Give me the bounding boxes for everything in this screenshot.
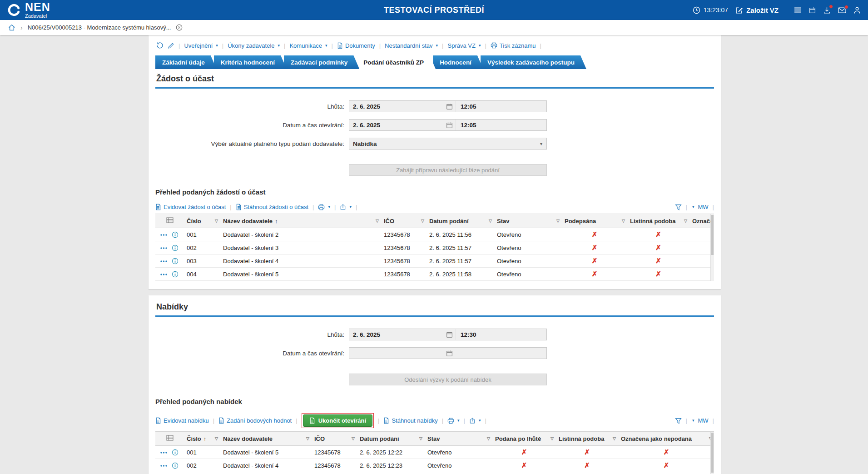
column-ico[interactable]: IČO▽ xyxy=(312,432,357,446)
zadani-bodovych-hodnot-button[interactable]: Zadání bodových hodnot xyxy=(218,417,292,424)
oteviani-time-value[interactable]: 12:05 xyxy=(456,120,546,130)
scrollbar-thumb[interactable] xyxy=(711,433,714,473)
view-menu-button[interactable]: ▾MW xyxy=(691,417,709,424)
filter-table-button[interactable] xyxy=(675,418,682,424)
info-icon[interactable] xyxy=(172,244,179,251)
column-filter-icon[interactable]: ▽ xyxy=(551,436,554,441)
edit-icon[interactable] xyxy=(168,42,174,49)
profile-button[interactable] xyxy=(853,6,861,14)
lhuta-input[interactable]: 2. 6. 2025 12:05 xyxy=(349,100,547,112)
filter-table-button[interactable] xyxy=(675,204,682,210)
calendar-button[interactable] xyxy=(809,7,816,14)
toolbar-dokumenty[interactable]: Dokumenty xyxy=(337,42,375,49)
table-scrollbar[interactable] xyxy=(710,432,714,474)
row-menu-icon[interactable] xyxy=(160,451,168,454)
breadcrumb-item[interactable]: N006/25/V00005213 - Modernizace systému … xyxy=(28,24,171,31)
home-icon[interactable] xyxy=(8,24,15,31)
table-row[interactable]: 001Dodavatel - školení 5123456782. 6. 20… xyxy=(155,446,714,459)
messages-button[interactable] xyxy=(838,7,846,14)
ukoncit-otevirani-button[interactable]: Ukončit otevírání xyxy=(303,414,372,427)
print-table-button[interactable]: ▾ xyxy=(447,418,460,424)
lhuta-time-value[interactable]: 12:05 xyxy=(456,101,546,112)
table-settings-icon[interactable] xyxy=(155,432,184,446)
row-menu-icon[interactable] xyxy=(160,247,168,249)
tab-vysledek-zadavaciho-postupu[interactable]: Výsledek zadávacího postupu xyxy=(481,55,586,69)
table-row[interactable]: 003Dodavatel - školení 3123456782. 6. 20… xyxy=(155,472,714,474)
close-record-icon[interactable] xyxy=(176,24,183,31)
column-cislo[interactable]: Číslo↑▽ xyxy=(184,432,220,446)
column-filter-icon[interactable]: ▽ xyxy=(421,219,424,223)
column-ico[interactable]: IČO▽ xyxy=(381,214,427,228)
column-filter-icon[interactable]: ▽ xyxy=(622,219,625,223)
toolbar-tisk-zaznamu[interactable]: Tisk záznamu xyxy=(491,42,536,49)
stahnout-zadosti-o-ucast-button[interactable]: Stáhnout žádosti o účast xyxy=(236,204,308,210)
table-row[interactable]: 002Dodavatel - školení 3123456782. 6. 20… xyxy=(155,241,714,254)
row-menu-icon[interactable] xyxy=(160,234,168,236)
table-settings-icon[interactable] xyxy=(155,214,184,228)
tab-hodnoceni[interactable]: Hodnocení xyxy=(433,55,483,69)
export-table-button[interactable]: ▾ xyxy=(340,204,352,210)
table-row[interactable]: 003Dodavatel - školení 4123456782. 6. 20… xyxy=(155,254,714,268)
vyber-select[interactable]: Nabídka ▾ xyxy=(349,138,547,150)
downloads-button[interactable] xyxy=(823,6,831,14)
oteviani-input[interactable]: 2. 6. 2025 12:05 xyxy=(349,119,547,131)
column-filter-icon[interactable]: ▽ xyxy=(684,219,687,223)
nen-logo[interactable]: NEN Zadavatel xyxy=(7,1,50,19)
calendar-icon[interactable] xyxy=(443,122,456,129)
column-cislo[interactable]: Číslo▽ xyxy=(184,214,220,228)
column-listinna-podoba[interactable]: Listinná podoba▽ xyxy=(627,214,689,228)
evidovat-nabidku-button[interactable]: Evidovat nabídku xyxy=(155,417,209,424)
column-filter-icon[interactable]: ▽ xyxy=(215,436,218,441)
table-row[interactable]: 004Dodavatel - školení 5123456782. 6. 20… xyxy=(155,268,714,281)
history-icon[interactable] xyxy=(156,42,164,49)
tab-kriteria-hodnoceni[interactable]: Kritéria hodnocení xyxy=(214,55,287,69)
nabidky-lhuta-input[interactable]: 2. 6. 2025 12:30 xyxy=(349,329,547,340)
evidovat-zadost-o-ucast-button[interactable]: Evidovat žádost o účast xyxy=(155,204,226,210)
column-filter-icon[interactable]: ▽ xyxy=(419,436,422,441)
nabidky-lhuta-date-value[interactable]: 2. 6. 2025 xyxy=(349,331,443,338)
print-table-button[interactable]: ▾ xyxy=(318,204,330,210)
calendar-icon[interactable] xyxy=(443,103,456,110)
column-filter-icon[interactable]: ▽ xyxy=(352,436,355,441)
table-row[interactable]: 002Dodavatel - školení 4123456782. 6. 20… xyxy=(155,459,714,472)
column-filter-icon[interactable]: ▽ xyxy=(489,219,492,223)
column-filter-icon[interactable]: ▽ xyxy=(556,219,560,223)
column-podana-po-lhute[interactable]: Podaná po lhůtě▽ xyxy=(492,432,556,446)
toolbar-sprava-vz[interactable]: Správa VZ▾ xyxy=(448,42,481,49)
tab-zakladni-udaje[interactable]: Základní údaje xyxy=(155,55,217,69)
column-podepsana[interactable]: Podepsána▽ xyxy=(562,214,627,228)
tab-podani-ucastniku-zp[interactable]: Podání účastníků ZP xyxy=(357,55,436,69)
nabidky-oteviani-input[interactable] xyxy=(349,347,547,359)
nabidky-lhuta-time-value[interactable]: 12:30 xyxy=(456,329,546,340)
table-scrollbar[interactable] xyxy=(710,214,714,281)
menu-button[interactable] xyxy=(794,6,802,14)
info-icon[interactable] xyxy=(172,462,179,469)
column-filter-icon[interactable]: ▽ xyxy=(215,219,218,223)
view-menu-button[interactable]: ▾MW xyxy=(691,204,709,210)
column-filter-icon[interactable]: ▽ xyxy=(613,436,616,441)
column-filter-icon[interactable]: ▽ xyxy=(306,436,309,441)
toolbar-ukony-zadavatele[interactable]: Úkony zadavatele▾ xyxy=(228,42,280,49)
column-oznacena-jako-nepodana[interactable]: Označena jako nepodaná▽ xyxy=(618,432,714,446)
column-datum-podani[interactable]: Datum podání▽ xyxy=(427,214,494,228)
create-vz-button[interactable]: Založit VZ xyxy=(735,6,779,14)
export-table-button[interactable]: ▾ xyxy=(469,417,481,424)
column-filter-icon[interactable]: ▽ xyxy=(487,436,490,441)
oteviani-date-value[interactable]: 2. 6. 2025 xyxy=(349,122,443,129)
column-datum-podani[interactable]: Datum podání▽ xyxy=(357,432,425,446)
calendar-icon[interactable] xyxy=(443,331,456,338)
row-menu-icon[interactable] xyxy=(160,260,168,263)
stahnout-nabidky-button[interactable]: Stáhnout nabídky xyxy=(383,417,437,424)
table-row[interactable]: 001Dodavatel - školení 2123456782. 6. 20… xyxy=(155,228,714,241)
toolbar-komunikace[interactable]: Komunikace▾ xyxy=(289,42,327,49)
zahajit-pripravu-button[interactable]: Zahájit přípravu následující fáze podání xyxy=(349,164,547,176)
info-icon[interactable] xyxy=(172,271,179,278)
info-icon[interactable] xyxy=(172,258,179,264)
column-listinna-podoba[interactable]: Listinná podoba▽ xyxy=(556,432,618,446)
tab-zadavaci-podminky[interactable]: Zadávací podmínky xyxy=(284,55,359,69)
column-stav[interactable]: Stav▽ xyxy=(425,432,492,446)
column-nazev-dodavatele[interactable]: Název dodavatele↑▽ xyxy=(220,214,381,228)
info-icon[interactable] xyxy=(172,449,179,456)
row-menu-icon[interactable] xyxy=(160,273,168,276)
lhuta-date-value[interactable]: 2. 6. 2025 xyxy=(349,103,443,110)
